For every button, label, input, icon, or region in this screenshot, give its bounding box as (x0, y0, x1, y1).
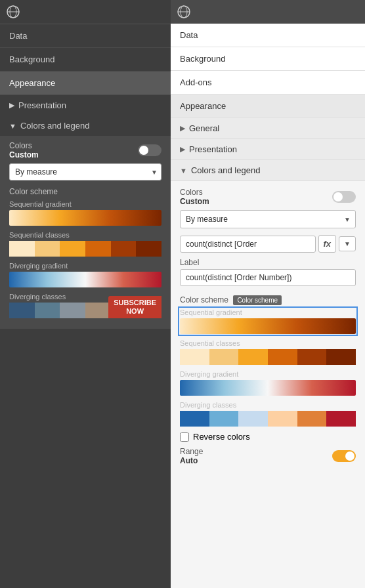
left-colors-row: Colors Custom (9, 141, 161, 159)
right-section-colors-legend[interactable]: ▼ Colors and legend (171, 160, 365, 181)
right-swatch-seq-class-label: Sequential classes (180, 339, 356, 347)
right-colors-toggle-knob (333, 192, 343, 201)
right-dropdown-wrapper: By measure By dimension Fixed ▼ (180, 210, 356, 228)
right-color-scheme-tooltip-badge: Color scheme (233, 295, 282, 305)
left-colors-toggle[interactable] (138, 144, 161, 156)
left-swatch-seq-class-bar (9, 241, 161, 257)
right-measure-input[interactable] (180, 236, 316, 253)
left-nav-data[interactable]: Data (0, 24, 171, 48)
subscribe-overlay[interactable]: SUBSCRIBE NOW (108, 296, 161, 318)
right-range-label: Range (180, 447, 203, 456)
presentation-arrow-icon: ▶ (9, 101, 14, 110)
right-presentation-arrow-icon: ▶ (180, 145, 185, 154)
right-range-toggle[interactable] (332, 450, 356, 462)
right-swatch-div-class-bar (180, 411, 356, 427)
right-swatch-seq-grad-bar (180, 318, 356, 334)
right-swatch-div-grad-bar (180, 380, 356, 396)
left-swatch-seq-class-label: Sequential classes (9, 231, 161, 239)
right-colors-row: Colors Custom (180, 188, 356, 206)
right-nav-background[interactable]: Background (171, 47, 365, 71)
right-by-measure-select[interactable]: By measure By dimension Fixed (180, 210, 356, 228)
left-color-scheme-label: Color scheme (9, 187, 161, 196)
right-colors-label: Colors (180, 188, 209, 197)
right-measure-input-row: fx ▼ (180, 235, 356, 253)
right-swatch-div-grad[interactable]: Diverging gradient (180, 370, 356, 396)
right-swatch-seq-class-bar (180, 349, 356, 365)
right-nav-addons[interactable]: Add-ons (171, 71, 365, 94)
left-colors-label: Colors (9, 141, 39, 150)
right-colors-toggle[interactable] (332, 191, 356, 203)
right-swatch-div-class[interactable]: Diverging classes (180, 401, 356, 427)
left-swatch-div-grad-bar (9, 272, 161, 287)
right-swatch-seq-grad-label: Sequential gradient (180, 308, 356, 316)
left-panel-header (0, 0, 171, 24)
right-colors-legend-arrow-icon: ▼ (180, 167, 187, 175)
right-color-scheme-section: Color scheme Color scheme (180, 295, 356, 304)
right-panel: Data Background Add-ons Appearance ▶ Gen… (171, 0, 365, 588)
right-swatch-div-grad-label: Diverging gradient (180, 370, 356, 378)
right-nav-data[interactable]: Data (171, 24, 365, 47)
right-label-field-label: Label (180, 258, 356, 267)
left-swatch-seq-grad-label: Sequential gradient (9, 200, 161, 208)
left-section-presentation[interactable]: ▶ Presentation (0, 95, 171, 116)
left-colors-section: Colors Custom By measure By dimension Fi… (0, 136, 171, 329)
left-dropdown-wrapper: By measure By dimension Fixed ▼ (9, 163, 161, 180)
left-section-colors-legend[interactable]: ▼ Colors and legend (0, 116, 171, 136)
right-panel-header (171, 0, 365, 24)
left-colors-toggle-knob (139, 146, 148, 155)
colors-legend-arrow-icon: ▼ (9, 122, 16, 130)
right-section-general[interactable]: ▶ General (171, 118, 365, 139)
globe-icon (7, 5, 20, 18)
right-reverse-colors-row: Reverse colors (180, 432, 356, 442)
left-swatch-div-grad[interactable]: Diverging gradient (9, 262, 161, 287)
left-by-measure-select[interactable]: By measure By dimension Fixed (9, 163, 161, 180)
left-swatch-div-grad-label: Diverging gradient (9, 262, 161, 270)
left-custom-label: Custom (9, 150, 39, 159)
right-custom-label: Custom (180, 197, 209, 206)
right-measure-dropdown-btn[interactable]: ▼ (339, 236, 356, 251)
left-swatch-seq-class[interactable]: Sequential classes (9, 231, 161, 257)
left-swatch-seq-grad[interactable]: Sequential gradient (9, 200, 161, 226)
right-label-input[interactable] (180, 269, 356, 286)
right-fx-button[interactable]: fx (318, 235, 337, 253)
right-reverse-colors-checkbox[interactable] (180, 432, 189, 442)
right-general-arrow-icon: ▶ (180, 124, 185, 133)
left-nav-appearance[interactable]: Appearance (0, 72, 171, 95)
left-nav-background[interactable]: Background (0, 48, 171, 72)
left-swatch-div-class[interactable]: Diverging classes SUBSCRIBE NOW (9, 293, 161, 318)
right-globe-icon (177, 5, 190, 18)
right-range-toggle-knob (345, 452, 354, 461)
right-swatch-div-class-label: Diverging classes (180, 401, 356, 409)
right-swatch-seq-grad[interactable]: Sequential gradient (180, 308, 356, 334)
left-panel: Data Background Appearance ▶ Presentatio… (0, 0, 171, 588)
left-swatch-seq-grad-bar (9, 210, 161, 226)
right-range-row: Range Auto (180, 447, 356, 465)
right-nav-appearance[interactable]: Appearance (171, 94, 365, 118)
right-reverse-colors-label: Reverse colors (193, 432, 250, 442)
right-colors-subsection: Colors Custom By measure By dimension Fi… (171, 181, 365, 472)
right-range-value: Auto (180, 456, 203, 465)
right-swatch-seq-class[interactable]: Sequential classes (180, 339, 356, 365)
right-section-presentation[interactable]: ▶ Presentation (171, 139, 365, 160)
